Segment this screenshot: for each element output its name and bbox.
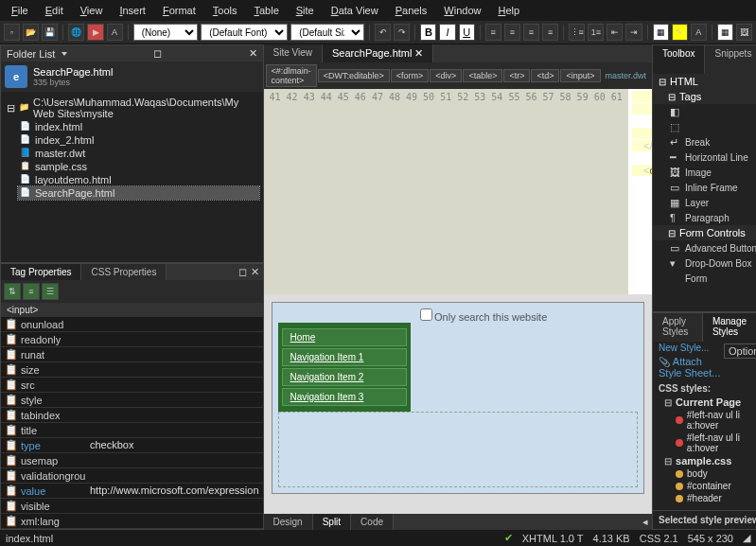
tab-design[interactable]: Design — [264, 514, 313, 530]
align-right-icon[interactable]: ≡ — [523, 24, 539, 41]
toolbox-cat-html[interactable]: ⊟ HTML — [653, 74, 756, 89]
menu-edit[interactable]: Edit — [38, 2, 71, 19]
toolbox-item[interactable]: ▦Layer — [653, 195, 756, 210]
font-select[interactable]: (Default Font) — [201, 24, 288, 41]
toolbox-item[interactable]: 🖼Image — [653, 165, 756, 180]
close-icon[interactable]: ✕ — [249, 47, 257, 60]
menu-tools[interactable]: Tools — [205, 2, 245, 19]
indent-icon[interactable]: ⇥ — [625, 24, 642, 41]
new-icon[interactable]: ▫ — [4, 24, 20, 41]
style-rule[interactable]: #container — [653, 480, 756, 492]
new-style-link[interactable]: New Style... — [653, 342, 714, 356]
image-icon[interactable]: 🖼 — [736, 24, 752, 41]
tab-manage-styles[interactable]: Manage Styles — [703, 313, 756, 342]
tab-code[interactable]: Code — [351, 514, 394, 530]
property-row[interactable]: 📋size — [1, 362, 263, 378]
style-select[interactable]: (None) — [133, 24, 199, 41]
tree-root[interactable]: ⊟📁C:\Users\Muhammad.Waqas\Documents\My W… — [5, 96, 259, 120]
breadcrumb-item[interactable]: <DWT:editable> — [318, 69, 390, 82]
bold-icon[interactable]: B — [420, 24, 436, 41]
cat-icon[interactable]: ≡ — [23, 283, 40, 300]
tab-close-icon[interactable]: ✕ — [414, 47, 423, 59]
undo-icon[interactable]: ↶ — [375, 24, 391, 41]
underline-icon[interactable]: U — [459, 24, 475, 41]
expand-icon[interactable]: ◻ — [153, 47, 162, 60]
property-row[interactable]: 📋style — [1, 393, 263, 408]
menu-panels[interactable]: Panels — [388, 2, 435, 19]
tab-document[interactable]: SearchPage.html ✕ — [323, 44, 433, 62]
tree-item[interactable]: 📘master.dwt — [18, 147, 259, 160]
toolbox-cat-tags[interactable]: ⊟ Tags — [653, 89, 756, 104]
preview-icon[interactable]: ▶ — [87, 24, 103, 41]
tab-css-properties[interactable]: CSS Properties — [81, 264, 167, 280]
toolbox-cat-form[interactable]: ⊟ Form Controls — [653, 225, 756, 240]
property-row[interactable]: 📋title — [1, 423, 263, 438]
property-row[interactable]: 📋onunload — [1, 317, 263, 332]
status-dimensions[interactable]: 545 x 230 — [688, 533, 733, 544]
property-row[interactable]: 📋readonly — [1, 332, 263, 347]
border-icon[interactable]: ▦ — [653, 24, 669, 41]
toolbox-item[interactable]: ◧ — [653, 104, 756, 119]
toolbox-item[interactable]: ▾Drop-Down Box — [653, 255, 756, 271]
justify-icon[interactable]: ≡ — [542, 24, 558, 41]
options-button[interactable]: Options ▾ — [724, 343, 756, 359]
breadcrumb-item[interactable]: <tr> — [503, 69, 530, 82]
expand-icon[interactable]: ◻ — [238, 266, 247, 277]
tree-item[interactable]: 📄index.html — [18, 120, 259, 133]
publish-icon[interactable]: 🌐 — [68, 24, 84, 41]
tab-split[interactable]: Split — [313, 514, 351, 530]
align-center-icon[interactable]: ≡ — [504, 24, 520, 41]
fontcolor-icon[interactable]: A — [691, 24, 707, 41]
toolbox-item[interactable]: ▭Inline Frame — [653, 180, 756, 195]
code-editor[interactable]: 41 42 43 44 45 46 47 48 49 50 51 52 53 5… — [264, 89, 653, 294]
property-row[interactable]: 📋typecheckbox — [1, 438, 263, 453]
tree-item[interactable]: 📄index_2.html — [18, 133, 259, 147]
redo-icon[interactable]: ↷ — [394, 24, 410, 41]
style-rule[interactable]: #left-nav ul li a:hover — [653, 409, 756, 432]
highlight-icon[interactable]: ✎ — [672, 24, 688, 41]
current-page-group[interactable]: ⊟ Current Page — [653, 396, 756, 409]
tab-site-view[interactable]: Site View — [264, 44, 324, 62]
style-rule[interactable]: #left-nav ul li a:hover — [653, 432, 756, 454]
tab-apply-styles[interactable]: Apply Styles — [653, 313, 703, 342]
css-icon[interactable]: A — [107, 24, 123, 41]
align-left-icon[interactable]: ≡ — [485, 24, 501, 41]
menu-insert[interactable]: Insert — [112, 2, 153, 19]
tab-toolbox[interactable]: Toolbox — [653, 45, 705, 74]
property-row[interactable]: 📋valuehttp://www.microsoft.com/expressio… — [1, 484, 263, 499]
italic-icon[interactable]: I — [439, 24, 455, 41]
size-select[interactable]: (Default Size) — [290, 24, 364, 41]
style-rule[interactable]: body — [653, 467, 756, 480]
property-row[interactable]: 📋tabindex — [1, 408, 263, 423]
menu-view[interactable]: View — [73, 2, 111, 19]
chevron-icon[interactable]: ◂ — [639, 514, 652, 530]
filter-icon[interactable]: ☰ — [42, 283, 59, 300]
numlist-icon[interactable]: 1≡ — [588, 24, 604, 41]
breadcrumb-item[interactable]: <input> — [560, 69, 600, 82]
outdent-icon[interactable]: ⇤ — [607, 24, 623, 41]
preview-nav-link[interactable]: Home — [282, 328, 407, 346]
preview-nav-link[interactable]: Navigation Item 1 — [282, 348, 407, 366]
property-row[interactable]: 📋usemap — [1, 453, 263, 468]
search-site-checkbox[interactable] — [420, 308, 432, 321]
menu-format[interactable]: Format — [155, 2, 203, 19]
save-icon[interactable]: 💾 — [42, 24, 58, 41]
master-ref[interactable]: master.dwt — [602, 71, 651, 80]
sort-icon[interactable]: ⇅ — [4, 283, 21, 300]
status-css[interactable]: CSS 2.1 — [640, 533, 678, 544]
menu-data-view[interactable]: Data View — [324, 2, 386, 19]
menu-window[interactable]: Window — [436, 2, 488, 19]
toolbox-item[interactable]: ━Horizontal Line — [653, 150, 756, 165]
tab-tag-properties[interactable]: Tag Properties — [1, 264, 81, 280]
tree-item[interactable]: 📄SearchPage.html — [18, 186, 259, 200]
tree-item[interactable]: 📄layoutdemo.html — [18, 173, 259, 186]
menu-site[interactable]: Site — [289, 2, 322, 19]
breadcrumb-item[interactable]: <table> — [463, 69, 502, 82]
tree-item[interactable]: 📋sample.css — [18, 160, 259, 173]
open-icon[interactable]: 📂 — [23, 24, 39, 41]
menu-file[interactable]: File — [4, 2, 36, 19]
list-icon[interactable]: ⋮≡ — [569, 24, 585, 41]
menu-help[interactable]: Help — [490, 2, 527, 19]
design-preview[interactable]: Only search this website HomeNavigation … — [264, 294, 653, 515]
toolbox-item[interactable]: Form — [653, 271, 756, 286]
